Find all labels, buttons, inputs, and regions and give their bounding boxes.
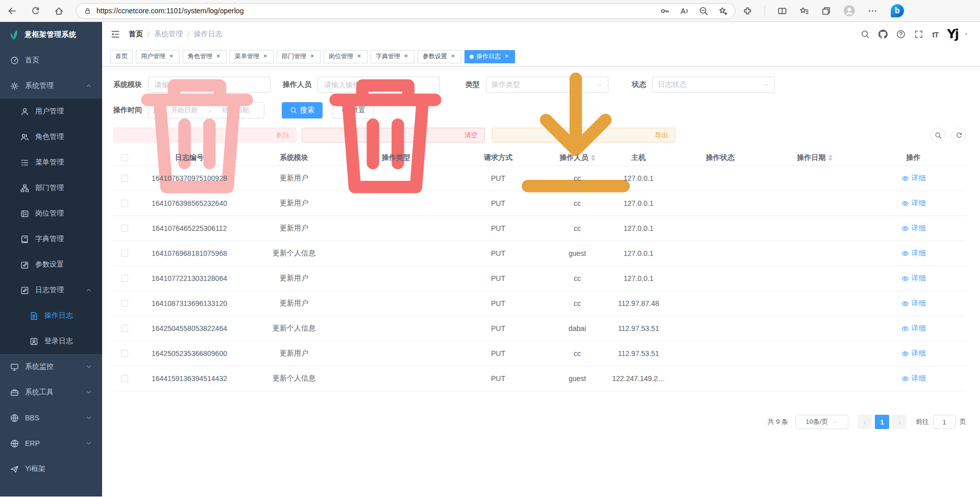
row-checkbox[interactable] (121, 275, 128, 282)
breadcrumb-item: 操作日志 (194, 30, 223, 39)
detail-link[interactable]: 详细 (901, 349, 926, 358)
zoom-out-icon[interactable] (699, 6, 708, 16)
delete-button-label: 删除 (276, 131, 289, 140)
sidebar-item-Yi框架[interactable]: Yi框架 (0, 456, 102, 482)
next-page-button[interactable] (892, 415, 906, 429)
delete-button[interactable]: 删除 (113, 128, 297, 143)
address-bar[interactable]: https://ccnetcore.com:1101/system/log/op… (76, 3, 736, 19)
sidebar-item-字典管理[interactable]: 字典管理 (0, 226, 102, 252)
detail-link[interactable]: 详细 (901, 174, 926, 183)
sidebar-item-日志管理[interactable]: 日志管理 (0, 277, 102, 303)
row-checkbox[interactable] (121, 225, 128, 232)
hamburger-icon[interactable] (110, 29, 120, 39)
profile-icon[interactable] (843, 5, 855, 17)
sidebar-item-系统管理[interactable]: 系统管理 (0, 73, 102, 99)
select-all-checkbox[interactable] (121, 154, 128, 161)
page-jump-input[interactable] (933, 415, 955, 429)
breadcrumb-item[interactable]: 系统管理 (154, 30, 183, 39)
detail-link-label: 详细 (912, 174, 926, 183)
row-checkbox[interactable] (121, 325, 128, 332)
caret-down-icon[interactable] (964, 32, 969, 37)
lock-icon[interactable] (84, 7, 91, 15)
sidebar-item-label: 系统工具 (25, 388, 54, 397)
split-screen-icon[interactable] (777, 6, 787, 16)
sidebar-item-系统工具[interactable]: 系统工具 (0, 380, 102, 405)
sidebar-item-系统监控[interactable]: 系统监控 (0, 354, 102, 380)
sidebar-item-BBS[interactable]: BBS (0, 405, 102, 431)
sidebar-item-label: Yi框架 (25, 464, 45, 474)
table-row: 1641076968181075968更新个人信息PUTguest127.0.0… (113, 241, 966, 266)
cell-id: 1641076968181075968 (136, 249, 243, 257)
row-checkbox[interactable] (121, 250, 128, 257)
clear-button[interactable]: 清空 (302, 128, 485, 143)
detail-link[interactable]: 详细 (901, 249, 926, 258)
bing-chat-icon[interactable]: b (890, 3, 905, 18)
column-header-label: 操作状态 (706, 153, 734, 162)
row-checkbox[interactable] (121, 375, 128, 382)
column-header-操作日期[interactable]: 操作日期 (769, 153, 861, 163)
row-checkbox[interactable] (121, 350, 128, 357)
cell-host: 112.97.87.48 (605, 299, 672, 307)
sidebar-item-部门管理[interactable]: 部门管理 (0, 175, 102, 201)
read-aloud-icon[interactable] (679, 6, 689, 16)
breadcrumb-item[interactable]: 首页 (129, 30, 143, 39)
github-icon[interactable] (878, 30, 888, 39)
sidebar-item-用户管理[interactable]: 用户管理 (0, 99, 102, 124)
column-header-操作人员[interactable]: 操作人员 (549, 153, 605, 163)
search-icon[interactable] (861, 30, 870, 39)
page-size-select[interactable]: 10条/页 (795, 415, 848, 429)
extensions-icon[interactable] (743, 6, 752, 16)
globe-icon (10, 414, 19, 422)
sidebar-item-岗位管理[interactable]: 岗位管理 (0, 201, 102, 226)
help-icon[interactable] (896, 30, 905, 39)
fullscreen-icon[interactable] (914, 30, 923, 39)
cell-id: 1641076465225306112 (136, 224, 243, 232)
detail-link[interactable]: 详细 (901, 374, 926, 383)
sidebar-item-操作日志[interactable]: 操作日志 (0, 303, 102, 328)
favorite-add-icon[interactable] (718, 6, 728, 16)
cell-action: 详细 (861, 249, 966, 258)
cell-module: 更新用户 (243, 199, 345, 208)
cell-host: 127.0.0.1 (605, 199, 672, 207)
more-icon[interactable] (868, 6, 877, 16)
show-search-button[interactable] (930, 128, 945, 143)
detail-link[interactable]: 详细 (901, 324, 926, 333)
favorites-icon[interactable] (799, 6, 809, 16)
collections-icon[interactable] (821, 6, 831, 16)
export-button[interactable]: 导出 (492, 128, 675, 143)
detail-link[interactable]: 详细 (901, 224, 926, 233)
app-logo[interactable]: 意框架管理系统 (0, 22, 102, 48)
row-checkbox[interactable] (121, 200, 128, 207)
row-checkbox[interactable] (121, 175, 128, 182)
cell-id: 1641076370975100928 (136, 174, 243, 182)
cell-method: PUT (447, 174, 549, 182)
back-icon[interactable] (7, 6, 17, 16)
sidebar-item-菜单管理[interactable]: 菜单管理 (0, 150, 102, 175)
home-icon[interactable] (54, 6, 64, 16)
sort-caret-icon[interactable] (591, 153, 595, 163)
font-size-icon[interactable]: tT (932, 30, 938, 39)
sidebar-item-登录日志[interactable]: 登录日志 (0, 328, 102, 354)
key-icon[interactable] (660, 6, 670, 16)
current-page[interactable]: 1 (875, 415, 889, 429)
dashboard-icon (10, 56, 19, 65)
status-select[interactable]: 日志状态 (652, 77, 775, 93)
sidebar-item-参数设置[interactable]: 参数设置 (0, 252, 102, 277)
row-checkbox[interactable] (121, 300, 128, 307)
cell-action: 详细 (861, 224, 966, 233)
sidebar-item-首页[interactable]: 首页 (0, 48, 102, 73)
refresh-icon[interactable] (31, 6, 40, 16)
detail-link[interactable]: 详细 (901, 274, 926, 283)
sort-caret-icon[interactable] (828, 153, 832, 163)
prev-page-button[interactable] (857, 415, 872, 429)
sidebar-item-角色管理[interactable]: 角色管理 (0, 124, 102, 150)
column-header-请求方式: 请求方式 (447, 153, 549, 162)
user-logo[interactable]: Yj (947, 27, 958, 41)
sidebar-item-ERP[interactable]: ERP (0, 431, 102, 456)
refresh-table-button[interactable] (951, 128, 966, 143)
detail-link[interactable]: 详细 (901, 199, 926, 208)
eye-icon (901, 175, 909, 182)
url-text[interactable]: https://ccnetcore.com:1101/system/log/op… (96, 7, 243, 15)
cell-module: 更新个人信息 (243, 374, 345, 383)
detail-link[interactable]: 详细 (901, 299, 926, 308)
